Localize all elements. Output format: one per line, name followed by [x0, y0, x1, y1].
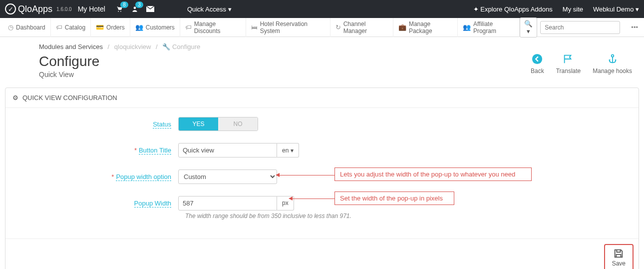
anchor-icon: [607, 54, 618, 64]
annotation-1: Lets you adjust the width of the pop-up …: [334, 168, 532, 181]
main-nav: ◷Dashboard 🏷Catalog 💳Orders 👥Customers 🏷…: [0, 18, 644, 37]
gauge-icon: ◷: [8, 24, 13, 31]
language-dropdown[interactable]: en ▾: [277, 143, 299, 158]
nav-affiliate[interactable]: 👥Affiliate Program: [458, 18, 520, 37]
check-icon: ✓: [5, 4, 16, 14]
search-icon: 🔍: [524, 20, 533, 28]
cart-badge: 8: [120, 2, 128, 8]
nav-channel[interactable]: ↻Channel Manager: [330, 18, 393, 37]
quick-access-dropdown[interactable]: Quick Access ▾: [187, 6, 232, 13]
arrow-2-head: [289, 196, 293, 200]
help-text: The width range should be from 350 inclu…: [185, 212, 629, 220]
wrench-icon: 🔧: [162, 43, 170, 50]
breadcrumb: Modules and Services / qloquickview / 🔧 …: [0, 37, 644, 54]
page-title: Configure: [39, 54, 99, 70]
hotel-name[interactable]: My Hotel: [78, 5, 105, 13]
popup-width-label: Popup Width: [134, 200, 171, 208]
brand-logo[interactable]: ✓ QloApps: [5, 4, 52, 14]
arrow-2-line: [293, 198, 334, 199]
breadcrumb-module: qloquickview: [114, 43, 151, 50]
status-label: Status: [153, 120, 171, 128]
more-menu[interactable]: •••: [628, 22, 641, 33]
nav-hotel[interactable]: 🛏Hotel Reservation System: [246, 18, 330, 37]
breadcrumb-root[interactable]: Modules and Services: [39, 43, 103, 50]
user-menu[interactable]: Webkul Demo ▾: [593, 6, 639, 13]
users-icon: 👥: [135, 24, 143, 31]
nav-discounts[interactable]: 🏷Manage Discounts: [180, 18, 246, 37]
flag-icon: [563, 54, 574, 64]
status-toggle[interactable]: YES NO: [178, 117, 258, 131]
nav-customers[interactable]: 👥Customers: [130, 18, 180, 37]
user-badge: 3: [135, 2, 143, 8]
button-title-input[interactable]: [178, 143, 277, 158]
annotation-2: Set the width of the pop-up in pixels: [334, 192, 454, 205]
bed-icon: 🛏: [251, 24, 258, 31]
breadcrumb-page: Configure: [172, 43, 200, 50]
briefcase-icon: 💼: [398, 24, 406, 31]
credit-card-icon: 💳: [96, 24, 104, 31]
addons-link[interactable]: ✦ Explore QloApps Addons: [473, 6, 553, 13]
tag-icon: 🏷: [185, 24, 192, 31]
search-input[interactable]: [540, 21, 620, 34]
popup-option-label: Popup width option: [116, 173, 171, 181]
svg-point-2: [134, 6, 136, 9]
my-site-link[interactable]: My site: [563, 6, 583, 13]
translate-button[interactable]: Translate: [556, 54, 581, 74]
popup-width-option-select[interactable]: Custom: [178, 170, 277, 184]
cart-icon[interactable]: 8: [115, 6, 123, 12]
svg-point-3: [532, 54, 542, 64]
gear-icon: ⚙: [12, 94, 18, 102]
nav-orders[interactable]: 💳Orders: [91, 18, 130, 37]
save-icon: [613, 248, 624, 259]
svg-point-4: [611, 54, 614, 57]
toggle-yes[interactable]: YES: [179, 118, 218, 130]
toggle-no[interactable]: NO: [218, 118, 258, 130]
arrow-1-head: [276, 173, 280, 177]
brand-text: QloApps: [18, 4, 52, 14]
mail-icon[interactable]: [146, 6, 154, 12]
back-icon: [532, 54, 543, 64]
svg-point-1: [120, 11, 121, 12]
nav-package[interactable]: 💼Manage Package: [393, 18, 458, 37]
page-header: Configure Quick View Back Translate Mana…: [0, 54, 644, 88]
nav-catalog[interactable]: 🏷Catalog: [51, 18, 91, 37]
hooks-button[interactable]: Manage hooks: [593, 54, 632, 74]
search-type-dropdown[interactable]: 🔍▾: [520, 18, 537, 38]
svg-point-0: [118, 11, 119, 12]
user-icon[interactable]: 3: [131, 6, 138, 12]
refresh-icon: ↻: [335, 24, 341, 31]
save-button[interactable]: Save: [604, 244, 634, 269]
page-subtitle: Quick View: [39, 70, 99, 78]
back-button[interactable]: Back: [531, 54, 544, 74]
group-icon: 👥: [463, 24, 471, 31]
arrow-1-line: [280, 175, 334, 176]
config-panel: ⚙ QUICK VIEW CONFIGURATION Status YES NO…: [5, 88, 639, 269]
button-title-label: Button Title: [139, 146, 171, 154]
tags-icon: 🏷: [56, 24, 62, 31]
popup-width-input[interactable]: [178, 196, 277, 210]
panel-heading: ⚙ QUICK VIEW CONFIGURATION: [5, 88, 639, 108]
topbar: ✓ QloApps 1.6.0.0 My Hotel 8 3 Quick Acc…: [0, 0, 644, 18]
version-text: 1.6.0.0: [56, 6, 72, 12]
nav-dashboard[interactable]: ◷Dashboard: [3, 18, 51, 37]
